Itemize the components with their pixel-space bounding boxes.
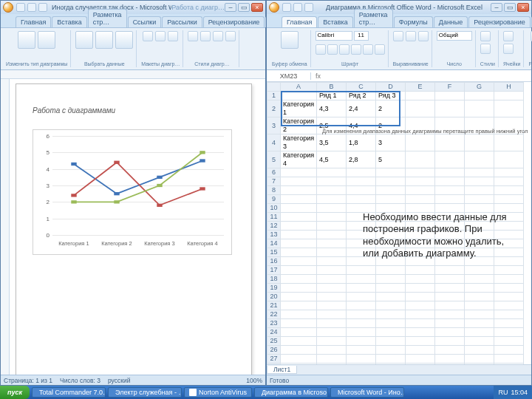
tab-insert[interactable]: Вставка (52, 16, 86, 27)
undo-icon[interactable] (293, 3, 302, 12)
status-lang: русский (108, 377, 131, 384)
group-clipboard: Буфер обмена (269, 30, 311, 67)
formula-bar: ХМ23 fx (267, 70, 531, 82)
maximize-icon[interactable]: ▭ (238, 3, 250, 12)
app-icon (189, 389, 197, 396)
font-color-icon[interactable] (375, 44, 385, 55)
change-type-icon[interactable] (18, 31, 35, 49)
align-icon[interactable] (406, 31, 416, 41)
fx-icon[interactable]: fx (311, 72, 325, 80)
tab-home[interactable]: Главная (16, 16, 51, 27)
instruction-note: Необходимо ввести данные для построения … (363, 211, 518, 259)
maximize-icon[interactable]: ▭ (504, 3, 516, 12)
system-tray[interactable]: RU 15:04 (494, 386, 532, 399)
style-icon[interactable] (188, 31, 198, 41)
delete-cells-icon[interactable] (503, 44, 514, 54)
undo-icon[interactable] (27, 3, 36, 12)
minimize-icon[interactable]: – (225, 3, 236, 12)
tab-layout[interactable]: Разметка стр… (88, 9, 127, 27)
chart-object[interactable]: 6 5 4 3 2 1 0 Категория 1 Категория 2 Ка… (33, 129, 232, 255)
tab-layout[interactable]: Разметка стр… (354, 9, 393, 27)
group-cells: Ячейки (500, 30, 524, 67)
tab-insert[interactable]: Вставка (318, 16, 352, 27)
layout-icon[interactable] (155, 31, 166, 41)
group-editing: Редактирование (525, 30, 532, 67)
chart-plot-area: 6 5 4 3 2 1 0 Категория 1 Категория 2 Ка… (52, 136, 224, 235)
fill-color-icon[interactable] (363, 44, 373, 55)
task-item[interactable]: Microsoft Word - Ино… (330, 387, 404, 398)
font-name-select[interactable]: Calibri (316, 31, 352, 41)
italic-icon[interactable] (327, 44, 338, 55)
border-icon[interactable] (351, 44, 361, 55)
zoom-level[interactable]: 100% (246, 377, 262, 384)
number-format-select[interactable]: Общий (437, 31, 472, 41)
ruler-horizontal[interactable] (1, 70, 265, 79)
close-icon[interactable]: × (251, 3, 263, 12)
ruler-vertical[interactable] (1, 79, 10, 375)
cond-format-icon[interactable] (480, 31, 491, 41)
save-icon[interactable] (282, 3, 291, 12)
tab-review[interactable]: Рецензирование (468, 16, 531, 27)
layout-icon[interactable] (143, 31, 153, 41)
style-icon[interactable] (213, 31, 223, 41)
word-tabs: Главная Вставка Разметка стр… Ссылки Рас… (1, 14, 265, 27)
save-icon[interactable] (16, 3, 25, 12)
redo-icon[interactable] (304, 3, 313, 12)
task-item[interactable]: Total Commander 7.0… (32, 387, 106, 398)
save-template-icon[interactable] (38, 31, 55, 49)
start-button[interactable]: пуск (0, 386, 30, 399)
clock: 15:04 (511, 389, 528, 396)
group-layouts: Макеты диагр… (138, 30, 183, 67)
resize-hint: Для изменения диапазона данных диаграммы… (322, 128, 528, 134)
align-icon[interactable] (393, 31, 403, 41)
group-styles: Стили (477, 30, 499, 67)
office-button-icon[interactable] (3, 2, 13, 13)
close-icon[interactable]: × (517, 3, 529, 12)
svg-rect-7 (200, 187, 205, 190)
redo-icon[interactable] (38, 3, 47, 12)
excel-statusbar: Готово (267, 375, 531, 385)
document-page[interactable]: Работа с диаграммами 6 5 4 3 2 1 0 Катег… (16, 83, 252, 375)
task-item[interactable]: Norton AntiVirus (184, 387, 252, 398)
word-window: Иногда случается так.docx - Microsoft W…… (0, 0, 266, 386)
sheet-tab-1[interactable]: Лист1 (267, 366, 297, 374)
office-button-icon[interactable] (269, 2, 279, 13)
tab-home[interactable]: Главная (282, 16, 317, 27)
excel-titlebar[interactable]: Диаграмма в Microsoft Office Word - Micr… (267, 1, 531, 14)
tab-mailings[interactable]: Рассылки (162, 16, 202, 27)
minimize-icon[interactable]: – (491, 3, 502, 12)
tab-data[interactable]: Данные (434, 16, 468, 27)
group-font: Calibri11 Шрифт (313, 30, 389, 67)
name-box[interactable]: ХМ23 (267, 72, 311, 80)
word-document-area[interactable]: Работа с диаграммами 6 5 4 3 2 1 0 Катег… (1, 70, 265, 375)
font-size-select[interactable]: 11 (354, 31, 369, 41)
select-data-icon[interactable] (95, 31, 113, 49)
quick-access-toolbar (16, 3, 47, 12)
status-words: Число слов: 3 (60, 377, 100, 384)
group-type: Изменить тип диаграммы (3, 30, 71, 67)
underline-icon[interactable] (339, 44, 349, 55)
cell-styles-icon[interactable] (480, 44, 491, 54)
svg-rect-8 (71, 200, 76, 203)
style-icon[interactable] (200, 31, 211, 41)
status-page: Страница: 1 из 1 (4, 377, 52, 384)
bold-icon[interactable] (316, 44, 326, 55)
layout-icon[interactable] (168, 31, 178, 41)
tab-formulas[interactable]: Формулы (394, 16, 433, 27)
doc-heading: Работа с диаграммами (33, 106, 235, 115)
style-icon[interactable] (225, 31, 236, 41)
align-icon[interactable] (418, 31, 429, 41)
task-item[interactable]: Диаграмма в Microso… (254, 387, 328, 398)
language-indicator[interactable]: RU (498, 389, 508, 396)
worksheet[interactable]: ABCDEFGH1Ряд 1Ряд 2Ряд 32Категория 14,32… (267, 82, 531, 364)
tab-review[interactable]: Рецензирование (203, 16, 265, 27)
tab-refs[interactable]: Ссылки (128, 16, 162, 27)
refresh-data-icon[interactable] (115, 31, 133, 49)
paste-icon[interactable] (281, 31, 299, 49)
svg-rect-3 (200, 159, 205, 162)
excel-tabs: Главная Вставка Разметка стр… Формулы Да… (267, 14, 531, 27)
word-titlebar[interactable]: Иногда случается так.docx - Microsoft W…… (1, 1, 265, 14)
insert-cells-icon[interactable] (503, 31, 514, 41)
switch-rowcol-icon[interactable] (75, 31, 93, 49)
task-item[interactable]: Электр служебная - … (108, 387, 182, 398)
